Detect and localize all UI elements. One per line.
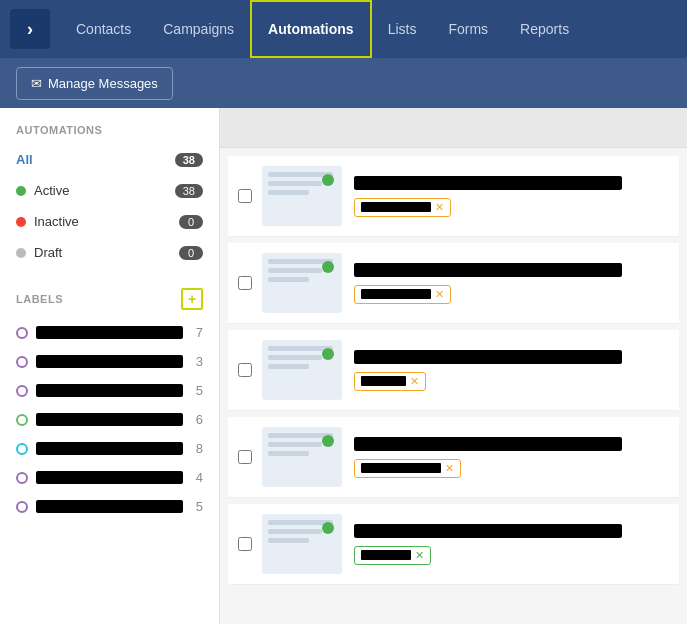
automation-name-1 [354, 176, 622, 190]
active-count: 38 [175, 184, 203, 198]
draft-label: Draft [34, 245, 179, 260]
draft-dot [16, 248, 26, 258]
label-text-6 [36, 471, 183, 484]
nav-campaigns[interactable]: Campaigns [147, 0, 250, 58]
automation-info-5: ✕ [354, 524, 669, 565]
label-radio-2 [16, 356, 28, 368]
automation-tag-5: ✕ [354, 546, 431, 565]
tag-close-1[interactable]: ✕ [435, 201, 444, 214]
active-indicator-1 [322, 174, 334, 186]
label-item-5[interactable]: 8 [0, 434, 219, 463]
tag-close-5[interactable]: ✕ [415, 549, 424, 562]
sidebar: AUTOMATIONS All 38 Active 38 Inactive 0 … [0, 108, 220, 624]
automation-thumbnail-1 [262, 166, 342, 226]
active-label: Active [34, 183, 175, 198]
label-radio-1 [16, 327, 28, 339]
mail-icon: ✉ [31, 76, 42, 91]
label-radio-5 [16, 443, 28, 455]
active-indicator-5 [322, 522, 334, 534]
label-count-6: 4 [183, 470, 203, 485]
nav-automations[interactable]: Automations [250, 0, 372, 58]
automation-checkbox-3[interactable] [238, 363, 252, 377]
automation-info-2: ✕ [354, 263, 669, 304]
sub-header: ✉ Manage Messages [0, 58, 687, 108]
label-radio-4 [16, 414, 28, 426]
nav-lists[interactable]: Lists [372, 0, 433, 58]
logo[interactable]: › [10, 9, 50, 49]
automation-item-5: ✕ [228, 504, 679, 585]
filter-bar [220, 108, 687, 148]
manage-messages-button[interactable]: ✉ Manage Messages [16, 67, 173, 100]
label-count-3: 5 [183, 383, 203, 398]
top-navigation: › Contacts Campaigns Automations Lists F… [0, 0, 687, 58]
label-item-2[interactable]: 3 [0, 347, 219, 376]
label-text-4 [36, 413, 183, 426]
active-dot [16, 186, 26, 196]
label-item-6[interactable]: 4 [0, 463, 219, 492]
automation-info-1: ✕ [354, 176, 669, 217]
inactive-dot [16, 217, 26, 227]
label-item-1[interactable]: 7 [0, 318, 219, 347]
automation-tag-1: ✕ [354, 198, 451, 217]
tag-close-2[interactable]: ✕ [435, 288, 444, 301]
automation-info-3: ✕ [354, 350, 669, 391]
automation-name-4 [354, 437, 622, 451]
automations-section-title: AUTOMATIONS [0, 124, 219, 144]
label-count-5: 8 [183, 441, 203, 456]
all-label: All [16, 152, 175, 167]
label-count-7: 5 [183, 499, 203, 514]
label-text-5 [36, 442, 183, 455]
automation-checkbox-4[interactable] [238, 450, 252, 464]
content-area: ✕ ✕ [220, 108, 687, 624]
automation-tag-4: ✕ [354, 459, 461, 478]
automation-item-2: ✕ [228, 243, 679, 324]
automation-thumbnail-3 [262, 340, 342, 400]
label-radio-3 [16, 385, 28, 397]
labels-header: LABELS + [0, 280, 219, 318]
automation-thumbnail-4 [262, 427, 342, 487]
automation-tag-3: ✕ [354, 372, 426, 391]
automation-name-3 [354, 350, 622, 364]
active-indicator-3 [322, 348, 334, 360]
sidebar-item-draft[interactable]: Draft 0 [0, 237, 219, 268]
automation-name-5 [354, 524, 622, 538]
sidebar-item-all[interactable]: All 38 [0, 144, 219, 175]
tag-close-3[interactable]: ✕ [410, 375, 419, 388]
label-item-4[interactable]: 6 [0, 405, 219, 434]
nav-items: Contacts Campaigns Automations Lists For… [60, 0, 585, 58]
all-count: 38 [175, 153, 203, 167]
label-count-2: 3 [183, 354, 203, 369]
labels-title: LABELS [16, 293, 181, 305]
automation-checkbox-1[interactable] [238, 189, 252, 203]
sidebar-divider [0, 268, 219, 280]
automation-checkbox-2[interactable] [238, 276, 252, 290]
label-count-4: 6 [183, 412, 203, 427]
label-text-1 [36, 326, 183, 339]
nav-forms[interactable]: Forms [432, 0, 504, 58]
sidebar-item-inactive[interactable]: Inactive 0 [0, 206, 219, 237]
inactive-label: Inactive [34, 214, 179, 229]
label-item-7[interactable]: 5 [0, 492, 219, 521]
nav-reports[interactable]: Reports [504, 0, 585, 58]
active-indicator-4 [322, 435, 334, 447]
label-text-3 [36, 384, 183, 397]
automation-checkbox-5[interactable] [238, 537, 252, 551]
active-indicator-2 [322, 261, 334, 273]
automation-thumbnail-2 [262, 253, 342, 313]
label-radio-7 [16, 501, 28, 513]
main-layout: AUTOMATIONS All 38 Active 38 Inactive 0 … [0, 108, 687, 624]
automation-tag-2: ✕ [354, 285, 451, 304]
label-text-7 [36, 500, 183, 513]
draft-count: 0 [179, 246, 203, 260]
automation-item-1: ✕ [228, 156, 679, 237]
label-text-2 [36, 355, 183, 368]
sidebar-item-active[interactable]: Active 38 [0, 175, 219, 206]
automation-name-2 [354, 263, 622, 277]
tag-close-4[interactable]: ✕ [445, 462, 454, 475]
nav-contacts[interactable]: Contacts [60, 0, 147, 58]
automation-thumbnail-5 [262, 514, 342, 574]
automation-item-3: ✕ [228, 330, 679, 411]
add-label-button[interactable]: + [181, 288, 203, 310]
automation-list: ✕ ✕ [220, 148, 687, 599]
label-item-3[interactable]: 5 [0, 376, 219, 405]
